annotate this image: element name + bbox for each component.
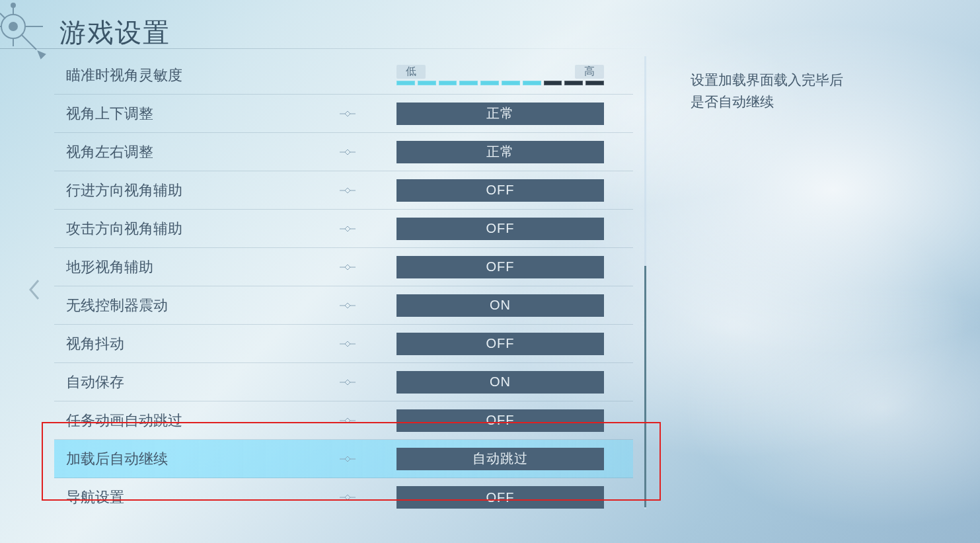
settings-list: 瞄准时视角灵敏度 低 高 视角上下调整 正常 视角左右调整 正常 行进方向视角辅…: [54, 56, 633, 532]
scrollbar-thumb[interactable]: [644, 266, 646, 507]
diamond-divider-icon: [340, 417, 356, 425]
title-underline: [0, 48, 661, 49]
setting-value-button[interactable]: ON: [396, 371, 604, 394]
slider-high-label: 高: [575, 65, 604, 79]
description-line: 设置加载界面载入完毕后: [691, 69, 928, 91]
setting-value-button[interactable]: OFF: [396, 179, 604, 202]
setting-value-button[interactable]: 正常: [396, 103, 604, 125]
setting-value-button[interactable]: 自动跳过: [396, 448, 604, 470]
diamond-divider-icon: [340, 455, 356, 463]
setting-row-aim-sensitivity[interactable]: 瞄准时视角灵敏度 低 高: [54, 56, 633, 95]
slider-low-label: 低: [396, 65, 426, 79]
setting-row-controller-vibration[interactable]: 无线控制器震动 ON: [54, 286, 633, 325]
svg-line-7: [21, 34, 36, 50]
diamond-divider-icon: [340, 187, 356, 194]
setting-label: 攻击方向视角辅助: [66, 219, 182, 239]
setting-label: 自动保存: [66, 372, 124, 392]
svg-point-1: [9, 22, 17, 30]
setting-label: 加载后自动继续: [66, 449, 168, 469]
setting-label: 无线控制器震动: [66, 296, 168, 315]
diamond-divider-icon: [340, 263, 356, 271]
svg-line-6: [0, 13, 5, 19]
setting-value-button[interactable]: OFF: [396, 333, 604, 355]
setting-label: 瞄准时视角灵敏度: [66, 65, 182, 85]
setting-row-cutscene-skip[interactable]: 任务动画自动跳过 OFF: [54, 401, 633, 440]
setting-row-navigation[interactable]: 导航设置 OFF: [54, 478, 633, 517]
setting-label: 视角上下调整: [66, 104, 153, 124]
setting-value-button[interactable]: OFF: [396, 218, 604, 240]
diamond-divider-icon: [340, 493, 356, 501]
setting-label: 任务动画自动跳过: [66, 411, 182, 431]
setting-row-vertical-camera[interactable]: 视角上下调整 正常: [54, 95, 633, 133]
settings-header-icon: [0, 0, 53, 66]
diamond-divider-icon: [340, 302, 356, 310]
setting-value-button[interactable]: 正常: [396, 141, 604, 163]
setting-label: 地形视角辅助: [66, 257, 153, 277]
diamond-divider-icon: [340, 225, 356, 233]
chevron-left-icon[interactable]: [26, 278, 41, 304]
setting-label: 导航设置: [66, 487, 124, 507]
setting-row-horizontal-camera[interactable]: 视角左右调整 正常: [54, 133, 633, 171]
setting-label: 视角左右调整: [66, 142, 153, 162]
svg-marker-10: [38, 52, 45, 58]
diamond-divider-icon: [340, 378, 356, 386]
svg-point-8: [11, 3, 15, 7]
page-title: 游戏设置: [59, 15, 170, 51]
diamond-divider-icon: [340, 110, 356, 118]
setting-row-movement-assist[interactable]: 行进方向视角辅助 OFF: [54, 171, 633, 210]
diamond-divider-icon: [340, 148, 356, 156]
setting-row-auto-continue[interactable]: 加载后自动继续 自动跳过: [54, 440, 633, 478]
setting-value-button[interactable]: OFF: [396, 409, 604, 432]
setting-value-button[interactable]: OFF: [396, 486, 604, 509]
setting-row-terrain-assist[interactable]: 地形视角辅助 OFF: [54, 248, 633, 286]
setting-label: 行进方向视角辅助: [66, 181, 182, 200]
description-line: 是否自动继续: [691, 91, 928, 113]
setting-row-autosave[interactable]: 自动保存 ON: [54, 363, 633, 401]
setting-description: 设置加载界面载入完毕后 是否自动继续: [691, 69, 928, 112]
setting-label: 视角抖动: [66, 334, 124, 354]
setting-row-camera-shake[interactable]: 视角抖动 OFF: [54, 325, 633, 363]
setting-value-button[interactable]: ON: [396, 294, 604, 317]
setting-row-attack-assist[interactable]: 攻击方向视角辅助 OFF: [54, 210, 633, 248]
sensitivity-slider[interactable]: 低 高: [396, 65, 604, 85]
diamond-divider-icon: [340, 340, 356, 348]
slider-track[interactable]: [396, 81, 604, 85]
setting-value-button[interactable]: OFF: [396, 256, 604, 278]
